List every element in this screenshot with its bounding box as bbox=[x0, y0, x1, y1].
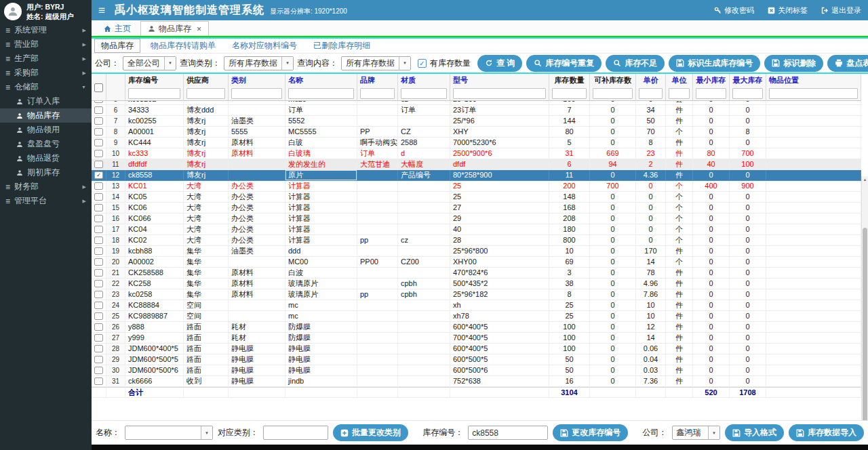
row-checkbox[interactable] bbox=[94, 258, 103, 266]
duplicate-stock-code-button[interactable]: 库存编号重复 bbox=[526, 55, 601, 72]
table-row[interactable]: 21CK258588集华原材料白波470*824*63078件00 bbox=[92, 268, 861, 279]
column-filter-input[interactable] bbox=[639, 88, 663, 99]
sidebar-item-stocktake-profit-loss[interactable]: 盘盈盘亏 bbox=[0, 137, 92, 151]
row-checkbox[interactable] bbox=[94, 356, 103, 363]
column-header-label[interactable]: 可补库存数 bbox=[590, 75, 635, 86]
vertical-scrollbar[interactable]: ▲ ▼ bbox=[861, 176, 868, 450]
row-checkbox[interactable] bbox=[94, 323, 103, 331]
column-filter-input[interactable] bbox=[552, 88, 587, 99]
table-row[interactable]: 24KC88884空间mcxh25010件00 bbox=[92, 300, 861, 311]
table-row[interactable]: 11dfdfdf博友rj发的发生的大范甘迪大幅度dfdf6942件40100 bbox=[92, 159, 861, 170]
row-checkbox[interactable] bbox=[94, 312, 103, 320]
row-checkbox[interactable] bbox=[94, 193, 103, 201]
subtab-inventory-to-purchase-request[interactable]: 物品库存转请购单 bbox=[144, 39, 222, 52]
row-checkbox[interactable] bbox=[94, 334, 103, 342]
table-row[interactable]: 28JDM600*400*5路面静电膜静电膜600*400*510000.06件… bbox=[92, 344, 861, 354]
stocktake-sheet-button[interactable]: 盘点表 bbox=[827, 55, 868, 72]
row-checkbox[interactable] bbox=[94, 247, 103, 255]
column-header-label[interactable]: 单位 bbox=[666, 75, 692, 86]
query-category-select[interactable]: 所有库存数据 ▼ bbox=[224, 56, 294, 70]
table-row[interactable]: 634333博友ddd订单订单23订单7034件00 bbox=[92, 105, 861, 116]
generate-stock-code-button[interactable]: 标识生成库存编号 bbox=[669, 55, 760, 72]
import-stock-data-button[interactable]: 库存数据导入 bbox=[789, 424, 864, 441]
table-row[interactable]: 13KC01大湾办公类计算器252007000个400900 bbox=[92, 181, 861, 192]
table-row[interactable]: 25KC9889887空间mcxh7825010件00 bbox=[92, 311, 861, 322]
close-icon[interactable]: × bbox=[197, 25, 201, 33]
table-row[interactable]: 30JDM600*500*6路面静电膜静电膜600*500*65000.03件0… bbox=[92, 365, 861, 376]
column-filter-input[interactable] bbox=[593, 88, 633, 99]
select-all-checkbox[interactable] bbox=[94, 83, 103, 92]
column-filter-input[interactable] bbox=[769, 88, 858, 99]
mark-delete-button[interactable]: 标识删除 bbox=[764, 55, 823, 72]
table-row[interactable]: 14KC05大湾办公类计算器2514800个00 bbox=[92, 192, 861, 203]
row-checkbox[interactable] bbox=[94, 182, 103, 190]
row-checkbox[interactable] bbox=[94, 291, 103, 298]
sidebar-item-opening-inventory[interactable]: 期初库存 bbox=[0, 165, 92, 180]
row-checkbox[interactable] bbox=[94, 204, 103, 211]
sidebar-item-order-inbound[interactable]: 订单入库 bbox=[0, 94, 92, 108]
column-filter-input[interactable] bbox=[128, 88, 180, 99]
column-header-label[interactable]: 最小库存 bbox=[693, 75, 729, 86]
row-checkbox[interactable] bbox=[94, 377, 103, 385]
sidebar-item-system-management[interactable]: ≡系统管理▶ bbox=[0, 23, 92, 37]
table-row[interactable]: 31ck6666收到静电膜jindb752*6381607.36件00 bbox=[92, 376, 861, 387]
row-checkbox[interactable] bbox=[94, 139, 103, 146]
column-filter-input[interactable] bbox=[401, 88, 447, 99]
tab-item-inventory[interactable]: 物品库存× bbox=[140, 21, 209, 36]
row-checkbox[interactable] bbox=[94, 117, 103, 125]
table-row[interactable]: 16KC066大湾办公类计算器2920800个00 bbox=[92, 213, 861, 224]
hamburger-icon[interactable]: ≡ bbox=[98, 5, 105, 16]
tab-home[interactable]: 主页 bbox=[97, 21, 138, 36]
chevron-down-icon[interactable]: ▼ bbox=[164, 57, 176, 70]
row-checkbox[interactable] bbox=[94, 302, 103, 309]
row-checkbox[interactable]: ✓ bbox=[94, 171, 103, 179]
stock-code-input[interactable] bbox=[468, 426, 548, 440]
column-header-label[interactable]: 单价 bbox=[636, 75, 665, 86]
vertical-scroll-thumb[interactable] bbox=[863, 228, 867, 431]
query-button[interactable]: 查 询 bbox=[477, 55, 522, 72]
column-header-label[interactable]: 最大库存 bbox=[730, 75, 766, 86]
table-row[interactable]: 20A00002集华MC00PP00CZ00XHY0069014个00 bbox=[92, 257, 861, 268]
column-header-label[interactable]: 类别 bbox=[229, 75, 285, 86]
chevron-down-icon[interactable]: ▼ bbox=[281, 57, 293, 70]
row-checkbox[interactable] bbox=[94, 345, 103, 352]
table-row[interactable]: 26y888路面耗材防爆膜600*400*5100012件00 bbox=[92, 322, 861, 333]
chevron-down-icon[interactable]: ▼ bbox=[708, 426, 719, 439]
row-checkbox[interactable] bbox=[94, 128, 103, 136]
mapped-category-input[interactable] bbox=[263, 426, 328, 440]
subtab-deleted-inventory-details[interactable]: 已删除库存明细 bbox=[307, 39, 376, 52]
sidebar-item-item-requisition[interactable]: 物品领用 bbox=[0, 123, 92, 137]
table-row[interactable]: 7kc00255博友rj油墨类555225/*96144050件00 bbox=[92, 116, 861, 127]
query-content-select[interactable]: 所有库存数据 ▼ bbox=[341, 56, 411, 70]
column-header-label[interactable]: 材质 bbox=[398, 75, 450, 86]
sidebar-item-finance-dept[interactable]: ≡财务部▶ bbox=[0, 180, 92, 194]
scroll-up-icon[interactable]: ▲ bbox=[862, 176, 868, 183]
row-checkbox[interactable] bbox=[94, 237, 103, 244]
column-header-label[interactable]: 物品位置 bbox=[766, 75, 861, 86]
close-tabs-button[interactable]: 关闭标签 bbox=[768, 5, 808, 16]
insufficient-stock-button[interactable]: 库存不足 bbox=[606, 55, 665, 72]
table-row[interactable]: 29JDM600*500*5路面静电膜静电膜600*500*55000.04件0… bbox=[92, 354, 861, 365]
column-filter-input[interactable] bbox=[360, 88, 395, 99]
column-filter-input[interactable] bbox=[732, 88, 763, 99]
sidebar-item-sales-dept[interactable]: ≡营业部▶ bbox=[0, 37, 92, 52]
row-checkbox[interactable] bbox=[94, 101, 103, 103]
table-row[interactable]: 15KC06大湾办公类计算器2716800个00 bbox=[92, 203, 861, 213]
row-checkbox[interactable] bbox=[94, 215, 103, 222]
column-filter-input[interactable] bbox=[186, 88, 225, 99]
column-header-label[interactable]: 供应商 bbox=[184, 75, 228, 86]
sidebar-item-production-dept[interactable]: ≡生产部▶ bbox=[0, 52, 92, 66]
logout-button[interactable]: 退出登录 bbox=[821, 5, 861, 16]
sidebar-item-warehouse-dept[interactable]: ≡仓储部▼ bbox=[0, 80, 92, 94]
table-row[interactable]: 22KC258集华原材料玻璃原片cpbh500*435*23804.96件00 bbox=[92, 279, 861, 289]
row-checkbox[interactable] bbox=[94, 280, 103, 287]
batch-change-category-button[interactable]: 批量更改类别 bbox=[333, 424, 408, 441]
column-filter-input[interactable] bbox=[669, 88, 690, 99]
company-select[interactable]: 全部公司 ▼ bbox=[123, 56, 176, 70]
sidebar-item-management-platform[interactable]: ≡管理平台▶ bbox=[0, 194, 92, 208]
table-row[interactable]: 10kc333博友rj原材料白玻璃订单d2500*900*63166923件80… bbox=[92, 148, 861, 159]
table-row[interactable]: 8A00001博友rj5555MC5555PPCZXHY80070个08 bbox=[92, 127, 861, 138]
sidebar-item-item-return[interactable]: 物品退货 bbox=[0, 151, 92, 165]
column-filter-input[interactable] bbox=[453, 88, 546, 99]
change-stock-code-button[interactable]: 更改库存编号 bbox=[553, 424, 628, 441]
